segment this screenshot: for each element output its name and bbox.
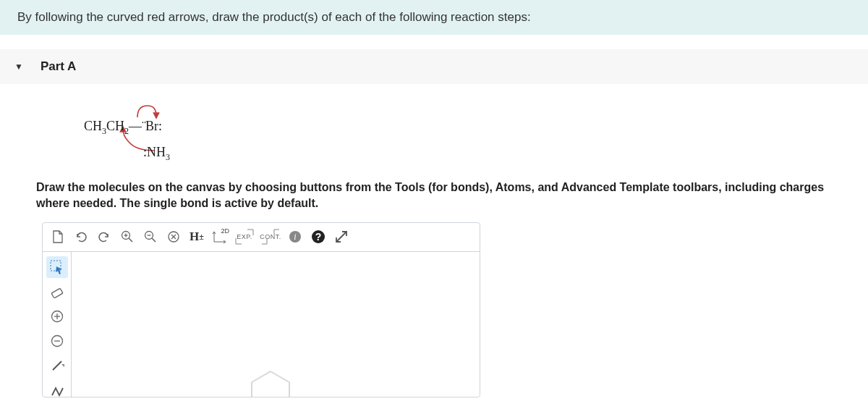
reaction-diagram: CH3CH2—¨Br: :NH3 [84, 103, 229, 161]
left-toolbar [43, 252, 72, 397]
svg-line-1 [129, 238, 132, 242]
part-header[interactable]: ▼ Part A [0, 49, 868, 84]
eraser-button[interactable] [46, 281, 68, 303]
reactant-formula: CH3CH2—¨Br: [84, 119, 162, 137]
nucleophile-formula: :NH3 [143, 145, 170, 163]
svg-marker-24 [61, 364, 64, 367]
2d-view-button[interactable]: 2D [209, 226, 231, 248]
undo-button[interactable] [70, 226, 92, 248]
marquee-select-button[interactable] [46, 256, 68, 278]
expand-button[interactable]: EXP. [232, 226, 257, 248]
content-area: CH3CH2—¨Br: :NH3 Draw the molecules on t… [0, 84, 868, 397]
single-bond-button[interactable] [46, 355, 68, 376]
molecule-editor: H± 2D EXP. [42, 222, 480, 397]
double-bond-button[interactable] [46, 379, 68, 397]
benzene-template-icon [245, 368, 296, 397]
add-charge-positive-button[interactable] [46, 306, 68, 327]
add-charge-negative-button[interactable] [46, 330, 68, 352]
fullscreen-button[interactable] [331, 226, 352, 248]
svg-line-5 [152, 238, 156, 242]
svg-marker-25 [252, 371, 289, 397]
instruction-banner: By following the curved red arrows, draw… [0, 0, 868, 35]
delete-button[interactable] [163, 226, 184, 248]
instruction-text: By following the curved red arrows, draw… [17, 10, 531, 24]
svg-text:i: i [294, 232, 296, 242]
new-document-button[interactable] [47, 226, 69, 248]
redo-button[interactable] [93, 226, 115, 248]
top-toolbar: H± 2D EXP. [43, 223, 480, 252]
sub-instruction: Draw the molecules on the canvas by choo… [36, 180, 832, 212]
collapse-caret-icon[interactable]: ▼ [14, 62, 23, 72]
hydrogen-toggle-button[interactable]: H± [186, 226, 208, 248]
help-button[interactable]: ? [307, 226, 329, 248]
contract-button[interactable]: CONT. [258, 226, 283, 248]
svg-rect-17 [51, 288, 62, 298]
drawing-canvas[interactable] [72, 252, 480, 397]
zoom-in-button[interactable] [116, 226, 138, 248]
info-button[interactable]: i [284, 226, 306, 248]
zoom-out-button[interactable] [140, 226, 161, 248]
svg-text:?: ? [315, 231, 322, 243]
part-label: Part A [41, 59, 76, 74]
svg-line-23 [53, 361, 61, 370]
